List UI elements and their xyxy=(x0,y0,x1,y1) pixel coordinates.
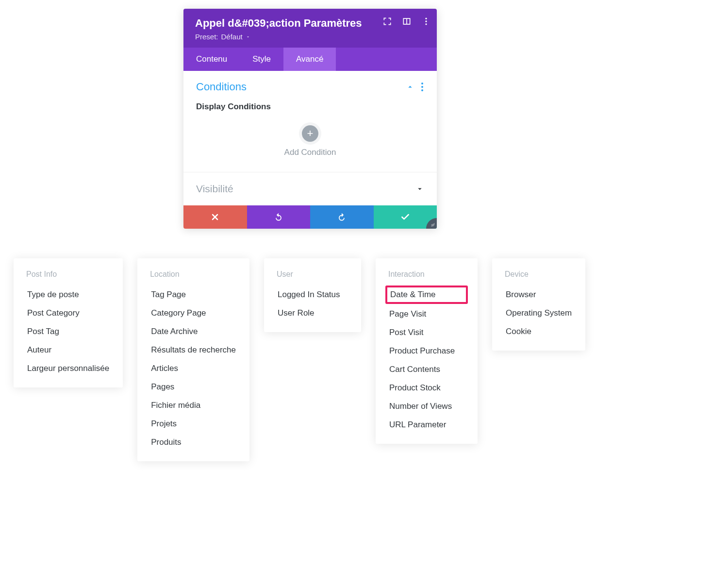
caret-down-icon xyxy=(246,33,250,41)
list-item[interactable]: Browser xyxy=(503,286,575,304)
columns-icon[interactable] xyxy=(402,17,412,26)
conditions-title[interactable]: Conditions xyxy=(196,81,247,93)
display-conditions-label: Display Conditions xyxy=(196,102,424,112)
list-item[interactable]: Pages xyxy=(148,378,239,396)
card-post-info: Post Info Type de postePost CategoryPost… xyxy=(14,258,123,387)
list-item[interactable]: Operating System xyxy=(503,304,575,322)
list-item[interactable]: Category Page xyxy=(148,304,239,322)
svg-point-0 xyxy=(425,18,427,19)
add-condition-label: Add Condition xyxy=(196,148,424,157)
card-title: Interaction xyxy=(388,270,467,279)
tabs: Contenu Style Avancé xyxy=(183,48,437,71)
expand-icon[interactable] xyxy=(382,17,392,26)
preset-prefix: Preset: xyxy=(195,33,218,41)
chevron-up-icon[interactable] xyxy=(406,83,414,91)
list-item[interactable]: Fichier média xyxy=(148,396,239,415)
settings-panel: Appel d&#039;action Paramètres Preset: D… xyxy=(183,9,437,229)
list-item[interactable]: Logged In Status xyxy=(275,286,350,304)
conditions-section: Conditions Display Conditions + Add Cond… xyxy=(183,71,437,172)
cancel-button[interactable] xyxy=(183,205,247,229)
card-title: Device xyxy=(505,270,575,279)
panel-header: Appel d&#039;action Paramètres Preset: D… xyxy=(183,9,437,48)
card-user: User Logged In StatusUser Role xyxy=(264,258,361,332)
list-item[interactable]: Date & Time xyxy=(385,286,468,304)
list-item[interactable]: Cookie xyxy=(503,322,575,341)
list-item[interactable]: Product Stock xyxy=(386,379,467,397)
tab-advanced[interactable]: Avancé xyxy=(283,48,336,71)
chevron-down-icon xyxy=(415,185,424,193)
list-item[interactable]: Résultats de recherche xyxy=(148,341,239,359)
list-item[interactable]: Post Category xyxy=(24,304,112,322)
kebab-icon[interactable] xyxy=(421,17,431,26)
undo-button[interactable] xyxy=(247,205,311,229)
list-item[interactable]: Tag Page xyxy=(148,286,239,304)
svg-point-2 xyxy=(425,23,427,25)
tab-content[interactable]: Contenu xyxy=(183,48,240,71)
visibility-title: Visibilité xyxy=(196,183,233,195)
card-title: Post Info xyxy=(26,270,112,279)
list-item[interactable]: Projets xyxy=(148,415,239,433)
list-item[interactable]: User Role xyxy=(275,304,350,322)
list-item[interactable]: Type de poste xyxy=(24,286,112,304)
visibility-section[interactable]: Visibilité xyxy=(183,172,437,205)
add-condition-button[interactable]: + xyxy=(302,125,318,142)
card-title: User xyxy=(277,270,350,279)
footer-bar xyxy=(183,205,437,229)
preset-row[interactable]: Preset: Défaut xyxy=(195,33,425,41)
list-item[interactable]: Page Visit xyxy=(386,305,467,323)
list-item[interactable]: Product Purchase xyxy=(386,342,467,360)
list-item[interactable]: Date Archive xyxy=(148,322,239,341)
list-item[interactable]: Cart Contents xyxy=(386,360,467,379)
list-item[interactable]: Articles xyxy=(148,359,239,378)
list-item[interactable]: Post Visit xyxy=(386,323,467,342)
list-item[interactable]: Produits xyxy=(148,433,239,452)
preset-value: Défaut xyxy=(221,33,243,41)
condition-groups: Post Info Type de postePost CategoryPost… xyxy=(14,258,585,461)
section-kebab-icon[interactable] xyxy=(421,83,424,91)
tab-style[interactable]: Style xyxy=(240,48,283,71)
list-item[interactable]: Auteur xyxy=(24,341,112,359)
list-item[interactable]: URL Parameter xyxy=(386,416,467,434)
card-interaction: Interaction Date & TimePage VisitPost Vi… xyxy=(376,258,478,444)
card-location: Location Tag PageCategory PageDate Archi… xyxy=(137,258,249,461)
redo-button[interactable] xyxy=(310,205,374,229)
list-item[interactable]: Post Tag xyxy=(24,322,112,341)
svg-point-1 xyxy=(425,20,427,22)
list-item[interactable]: Largeur personnalisée xyxy=(24,359,112,378)
list-item[interactable]: Number of Views xyxy=(386,397,467,416)
card-device: Device BrowserOperating SystemCookie xyxy=(492,258,585,351)
card-title: Location xyxy=(150,270,239,279)
